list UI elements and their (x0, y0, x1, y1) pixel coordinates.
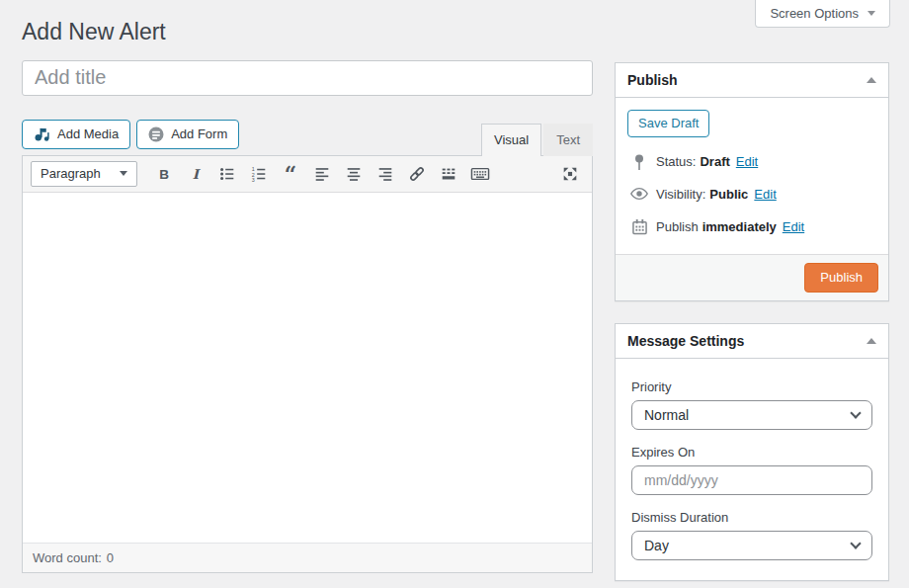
keyboard-icon (470, 165, 490, 183)
tab-visual[interactable]: Visual (481, 124, 541, 156)
paragraph-format-dropdown[interactable]: Paragraph (31, 161, 137, 187)
publish-date-row: Publish immediately Edit (629, 218, 874, 235)
svg-text:3: 3 (251, 177, 254, 183)
add-form-label: Add Form (171, 126, 227, 141)
priority-field: Priority Normal (631, 379, 872, 430)
main-column: Add Media Add Form Visual (22, 60, 593, 573)
visibility-row: Visibility: Public Edit (629, 187, 874, 202)
collapse-arrow-icon[interactable] (867, 338, 876, 344)
italic-button[interactable]: I (181, 161, 209, 187)
media-buttons: Add Media Add Form (22, 120, 239, 155)
message-settings-title: Message Settings (627, 333, 744, 349)
svg-text:“: “ (284, 165, 295, 183)
media-note-icon (34, 126, 50, 141)
dismiss-duration-selected-value: Day (644, 538, 669, 553)
form-icon (148, 126, 164, 142)
tab-text[interactable]: Text (543, 124, 593, 156)
title-input[interactable] (22, 60, 593, 96)
screen-options-label: Screen Options (770, 6, 859, 21)
blockquote-icon: “ (282, 165, 299, 183)
editor-top-row: Add Media Add Form Visual (22, 120, 593, 155)
expires-on-input[interactable] (631, 465, 872, 495)
edit-status-link[interactable]: Edit (736, 154, 758, 169)
align-left-button[interactable] (307, 161, 336, 187)
publish-date-label: Publish (656, 219, 699, 234)
status-label: Status: (656, 154, 696, 169)
read-more-button[interactable] (434, 161, 462, 187)
svg-text:B: B (159, 166, 169, 181)
numbered-list-icon: 1 2 3 (250, 165, 268, 183)
message-settings-header[interactable]: Message Settings (616, 324, 888, 359)
chevron-down-icon (868, 11, 875, 16)
edit-publish-date-link[interactable]: Edit (783, 219, 804, 234)
priority-selected-value: Normal (644, 407, 689, 423)
align-center-button[interactable] (339, 161, 368, 187)
align-right-icon (376, 165, 394, 183)
fullscreen-icon (561, 165, 579, 183)
calendar-icon (629, 218, 649, 235)
align-right-button[interactable] (371, 161, 399, 187)
message-settings-body: Priority Normal Expires On Dismi (616, 359, 888, 580)
dismiss-duration-field: Dismiss Duration Day (631, 510, 872, 560)
pin-icon (629, 154, 649, 170)
dismiss-duration-label: Dismiss Duration (631, 510, 872, 525)
expires-on-label: Expires On (631, 445, 872, 460)
priority-label: Priority (631, 379, 872, 394)
message-settings-panel: Message Settings Priority Normal Expires… (615, 323, 889, 581)
word-count-value: 0 (107, 550, 114, 565)
page-layout: Add Media Add Form Visual (22, 60, 889, 588)
blockquote-button[interactable]: “ (276, 161, 304, 187)
align-left-icon (313, 165, 331, 183)
add-form-button[interactable]: Add Form (136, 120, 239, 149)
svg-text:I: I (192, 165, 201, 181)
expires-on-control (631, 465, 872, 495)
publish-panel-footer: Publish (616, 254, 888, 300)
bold-button[interactable]: B (149, 161, 178, 187)
visibility-value: Public (709, 187, 748, 202)
bold-icon: B (155, 165, 173, 183)
priority-select[interactable]: Normal (631, 400, 872, 430)
edit-visibility-link[interactable]: Edit (754, 187, 776, 202)
italic-icon: I (187, 165, 205, 183)
screen-options-button[interactable]: Screen Options (755, 0, 890, 28)
visibility-label: Visibility: (656, 187, 705, 202)
link-icon (408, 165, 426, 183)
numbered-list-button[interactable]: 1 2 3 (244, 161, 273, 187)
toolbar-toggle-button[interactable] (465, 161, 494, 187)
add-media-button[interactable]: Add Media (22, 120, 130, 149)
bulleted-list-icon (218, 165, 236, 183)
expires-on-field: Expires On (631, 445, 872, 495)
read-more-icon (440, 165, 457, 183)
word-count-label: Word count: (33, 550, 102, 565)
publish-panel-header[interactable]: Publish (616, 63, 888, 98)
paragraph-format-label: Paragraph (41, 166, 101, 181)
priority-control: Normal (631, 400, 872, 430)
publish-button[interactable]: Publish (804, 263, 878, 293)
editor: Paragraph B I (22, 155, 593, 573)
collapse-arrow-icon[interactable] (867, 77, 876, 83)
publish-panel-body: Save Draft Status: Draft Edit (616, 98, 888, 254)
dismiss-duration-control: Day (631, 531, 872, 560)
sidebar: Publish Save Draft Status: Draft Edit (615, 62, 889, 588)
status-value: Draft (700, 154, 729, 169)
editor-toolbar: Paragraph B I (23, 156, 592, 193)
status-row: Status: Draft Edit (629, 154, 874, 170)
save-draft-button[interactable]: Save Draft (627, 110, 709, 137)
dismiss-duration-select[interactable]: Day (631, 531, 872, 560)
add-media-label: Add Media (57, 126, 119, 141)
publish-panel: Publish Save Draft Status: Draft Edit (615, 62, 889, 301)
align-center-icon (345, 165, 363, 183)
fullscreen-button[interactable] (555, 161, 584, 187)
publish-panel-title: Publish (627, 72, 678, 88)
insert-link-button[interactable] (402, 161, 431, 187)
publish-date-value: immediately (702, 219, 777, 234)
editor-mode-tabs: Visual Text (481, 124, 593, 156)
editor-content-area[interactable] (23, 193, 592, 543)
chevron-down-icon (120, 171, 127, 176)
editor-statusbar: Word count: 0 (23, 543, 592, 572)
eye-icon (629, 187, 649, 201)
bulleted-list-button[interactable] (212, 161, 241, 187)
